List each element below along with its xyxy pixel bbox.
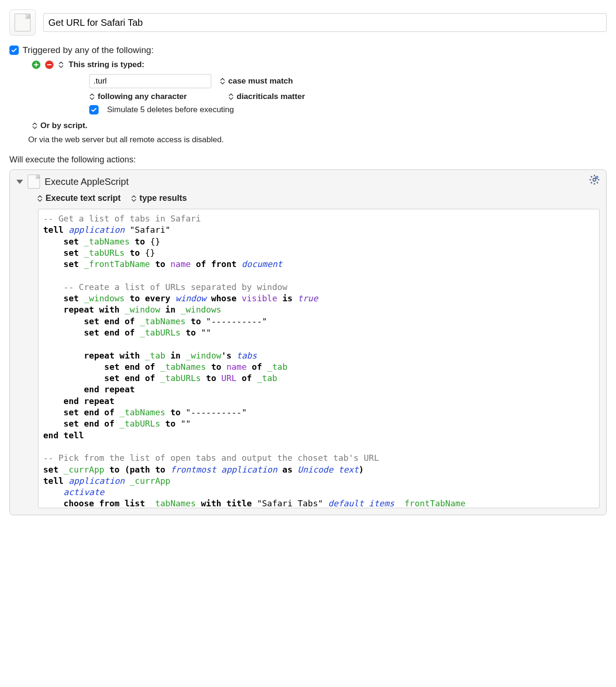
updown-icon [131, 195, 137, 202]
diacriticals-option-label: diacriticals matter [237, 92, 305, 101]
triggered-enable-checkbox[interactable] [9, 46, 19, 55]
result-mode-label: type results [139, 193, 187, 203]
updown-icon [32, 122, 38, 130]
trigger-details: case must match following any character … [89, 74, 607, 114]
simulate-deletes-label: Simulate 5 deletes before executing [107, 105, 234, 114]
title-row [9, 9, 607, 36]
action-header[interactable]: Execute AppleScript [10, 170, 606, 193]
svg-point-10 [593, 179, 595, 181]
updown-icon [89, 93, 95, 100]
svg-line-7 [597, 182, 598, 183]
macro-title-input[interactable] [43, 13, 607, 32]
webserver-note: Or via the web server but all remote acc… [28, 135, 607, 145]
trigger-type-label[interactable]: This string is typed: [69, 60, 145, 69]
script-text-area[interactable]: -- Get a list of tabs in Safari tell app… [38, 209, 600, 508]
following-option-label: following any character [98, 92, 187, 101]
actions-label: Will execute the following actions: [9, 155, 607, 165]
macro-icon[interactable] [9, 9, 36, 36]
updown-icon [220, 77, 225, 85]
applescript-icon [28, 175, 40, 189]
case-option[interactable]: case must match [220, 76, 293, 86]
following-option[interactable]: following any character [89, 92, 220, 101]
triggered-by-row: Triggered by any of the following: [9, 45, 607, 55]
remove-trigger-button[interactable] [45, 61, 54, 69]
result-mode-option[interactable]: type results [131, 193, 187, 203]
diacriticals-option[interactable]: diacriticals matter [228, 92, 305, 101]
action-subheader: Execute text script type results [10, 193, 606, 209]
action-title: Execute AppleScript [45, 176, 129, 187]
execute-mode-label: Execute text script [46, 193, 121, 203]
or-by-script-row[interactable]: Or by script. [32, 121, 607, 130]
trigger-type-stepper-icon[interactable] [58, 61, 64, 69]
gear-button[interactable] [588, 174, 601, 186]
disclosure-triangle-icon[interactable] [16, 180, 23, 184]
updown-icon [37, 195, 43, 202]
case-option-label: case must match [228, 76, 293, 86]
svg-line-9 [591, 182, 593, 183]
triggered-by-label: Triggered by any of the following: [23, 45, 154, 55]
add-trigger-button[interactable] [32, 61, 40, 69]
svg-line-6 [591, 176, 593, 178]
or-by-script-label: Or by script. [40, 121, 87, 130]
typed-string-input[interactable] [89, 74, 211, 88]
action-block: Execute AppleScript [9, 169, 607, 515]
trigger-row: This string is typed: [32, 60, 607, 69]
execute-mode-option[interactable]: Execute text script [37, 193, 121, 203]
simulate-deletes-checkbox[interactable] [89, 105, 99, 114]
updown-icon [228, 93, 234, 100]
